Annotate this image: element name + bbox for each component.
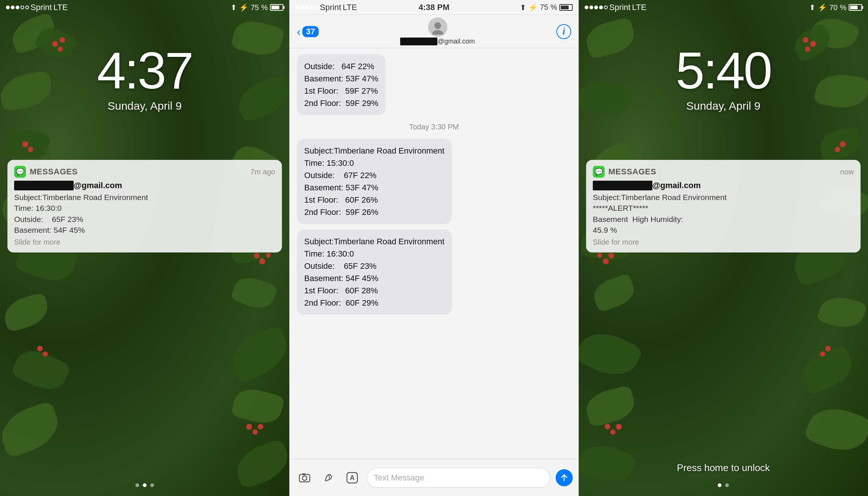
right-notif-sender: @gmail.com (593, 181, 854, 190)
r-dot-active (718, 483, 721, 487)
dot-2 (143, 483, 147, 487)
right-battery-icon (849, 4, 862, 11)
svg-point-3 (302, 476, 307, 480)
left-sender-redacted (14, 181, 74, 190)
right-messages-app-icon: 💬 (593, 166, 605, 178)
c-dot-1 (295, 6, 299, 9)
text-message-placeholder: Text Message (374, 473, 424, 483)
right-sender-email-suffix: @gmail.com (652, 181, 701, 190)
right-battery-pct: 70 (829, 3, 838, 12)
left-status-right: ⬆ ⚡ 75% (231, 3, 283, 12)
contact-info: @gmail.com (400, 17, 475, 45)
right-carrier: Sprint (609, 3, 630, 12)
c-dot-5 (315, 6, 318, 9)
center-status-bar: Sprint LTE 4:38 PM ⬆ ⚡ 75% (289, 0, 579, 15)
svg-rect-4 (302, 473, 305, 475)
signal-dot-2 (11, 6, 15, 9)
right-sender-redacted (593, 181, 652, 190)
left-notif-app-name: MESSAGES (30, 167, 78, 177)
left-network: LTE (53, 3, 68, 12)
left-date-display: Sunday, April 9 (0, 100, 289, 112)
right-signal-dots (585, 6, 608, 9)
dot-3 (150, 483, 154, 487)
center-network: LTE (343, 3, 357, 12)
left-notif-body: Subject:Timberlane Road Environment Time… (14, 192, 275, 236)
center-nav-bar: ‹ 37 @gmail.com i (289, 15, 579, 48)
back-chevron-icon: ‹ (297, 26, 301, 38)
svg-text:A: A (350, 474, 355, 481)
message-text-input[interactable]: Text Message (367, 468, 550, 488)
right-status-bar: Sprint LTE ⬆ ⚡ 70% (579, 0, 868, 15)
c-dot-3 (305, 6, 309, 9)
right-status-right: ⬆ ⚡ 70% (809, 3, 862, 12)
bluetooth-icon: ⚡ (239, 3, 248, 12)
r-dot-inactive-1 (725, 483, 729, 487)
info-icon: i (563, 26, 565, 37)
back-button[interactable]: ‹ 37 (297, 26, 319, 38)
location-icon: ⬆ (231, 3, 237, 12)
camera-button[interactable] (295, 468, 314, 487)
left-signal-dots (6, 6, 29, 9)
r-location-icon: ⬆ (809, 3, 816, 12)
right-notif-header: 💬 MESSAGES now (593, 166, 854, 178)
left-messages-app-icon: 💬 (14, 166, 26, 178)
left-sender-email-suffix: @gmail.com (74, 181, 122, 190)
svg-point-1 (432, 30, 443, 35)
message-bubble-2: Subject:Timberlane Road Environment Time… (297, 139, 452, 224)
r-dot-1 (585, 6, 588, 9)
right-notif-body: Subject:Timberlane Road Environment ****… (593, 192, 854, 236)
center-status-right: ⬆ ⚡ 75% (520, 3, 573, 12)
left-notification-card[interactable]: 💬 MESSAGES 7m ago @gmail.com Subject:Tim… (7, 160, 282, 252)
signal-dot-4 (20, 6, 24, 9)
left-carrier: Sprint (30, 3, 52, 12)
center-signal-dots (295, 6, 318, 9)
c-dot-4 (310, 6, 314, 9)
contact-avatar (428, 17, 447, 37)
signal-dot-5 (25, 6, 29, 9)
center-battery-icon (559, 4, 573, 11)
left-status-bar: Sprint LTE ⬆ ⚡ 75% (0, 0, 289, 15)
left-notif-sender: @gmail.com (14, 181, 275, 190)
right-home-dots (579, 483, 868, 487)
left-notif-slide: Slide for more (14, 238, 275, 247)
right-notification-card[interactable]: 💬 MESSAGES now @gmail.com Subject:Timber… (586, 160, 861, 252)
center-messages-panel: Sprint LTE 4:38 PM ⬆ ⚡ 75% ‹ 37 (289, 0, 579, 496)
c-bluetooth-icon: ⚡ (528, 3, 538, 12)
left-battery-icon (270, 4, 283, 11)
c-location-icon: ⬆ (520, 3, 526, 12)
r-dot-4 (599, 6, 603, 9)
right-notif-app-name: MESSAGES (608, 167, 656, 177)
left-phone-panel: Sprint LTE ⬆ ⚡ 75% 4:37 Sunday, April 9 … (0, 0, 289, 496)
center-battery-pct: 75 (540, 3, 548, 12)
right-notif-slide: Slide for more (593, 238, 854, 247)
center-time: 4:38 PM (418, 3, 449, 12)
right-lock-time: 5:40 Sunday, April 9 (579, 45, 868, 112)
r-dot-5 (604, 6, 608, 9)
right-phone-panel: Sprint LTE ⬆ ⚡ 70% 5:40 Sunday, April 9 … (579, 0, 868, 496)
appstore-button[interactable]: A (343, 468, 361, 487)
svg-point-0 (434, 22, 441, 29)
send-button[interactable] (556, 469, 573, 486)
signal-dot-1 (6, 6, 10, 9)
dot-1 (135, 483, 139, 487)
message-timestamp-1: Today 3:30 PM (297, 123, 571, 131)
messages-scroll-area: Outside: 64F 22% Basement: 53F 47% 1st F… (289, 48, 579, 459)
right-time-display: 5:40 (579, 45, 868, 97)
r-dot-2 (589, 6, 593, 9)
left-notif-header: 💬 MESSAGES 7m ago (14, 166, 275, 178)
info-button[interactable]: i (556, 24, 571, 39)
r-dot-3 (594, 6, 598, 9)
message-bubble-1: Outside: 64F 22% Basement: 53F 47% 1st F… (297, 54, 386, 115)
signal-dot-3 (16, 6, 19, 9)
right-network: LTE (632, 3, 646, 12)
left-battery-percent: 75 (251, 3, 259, 12)
right-notif-time: now (840, 168, 854, 176)
press-home-text: Press home to unlock (579, 462, 868, 474)
message-input-bar: A Text Message (289, 459, 579, 496)
contact-email-display: @gmail.com (400, 38, 475, 45)
left-time-display: 4:37 (0, 45, 289, 97)
sketch-button[interactable] (319, 468, 338, 487)
left-notif-time: 7m ago (250, 168, 275, 176)
left-home-dots (0, 483, 289, 487)
message-bubble-3: Subject:Timberlane Road Environment Time… (297, 229, 452, 315)
